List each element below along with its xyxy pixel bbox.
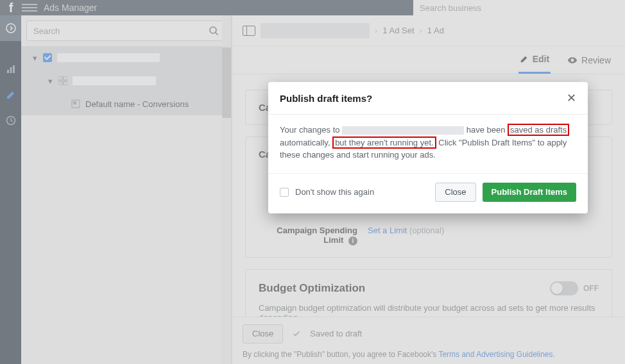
- dialog-title: Publish draft items?: [280, 93, 372, 104]
- dialog-body: Your changes to have been saved as draft…: [268, 115, 588, 164]
- publish-draft-items-button[interactable]: Publish Draft Items: [483, 183, 576, 202]
- dont-show-label: Don't show this again: [295, 187, 374, 197]
- highlight-saved-as-drafts: saved as drafts: [508, 124, 569, 136]
- dialog-close-icon[interactable]: ✕: [567, 91, 576, 105]
- dialog-close-button[interactable]: Close: [435, 183, 475, 202]
- publish-dialog: Publish draft items? ✕ Your changes to h…: [268, 82, 588, 213]
- highlight-not-running: but they aren't running yet.: [332, 136, 436, 149]
- dont-show-checkbox[interactable]: [280, 188, 289, 197]
- dialog-object-redacted: [342, 126, 464, 135]
